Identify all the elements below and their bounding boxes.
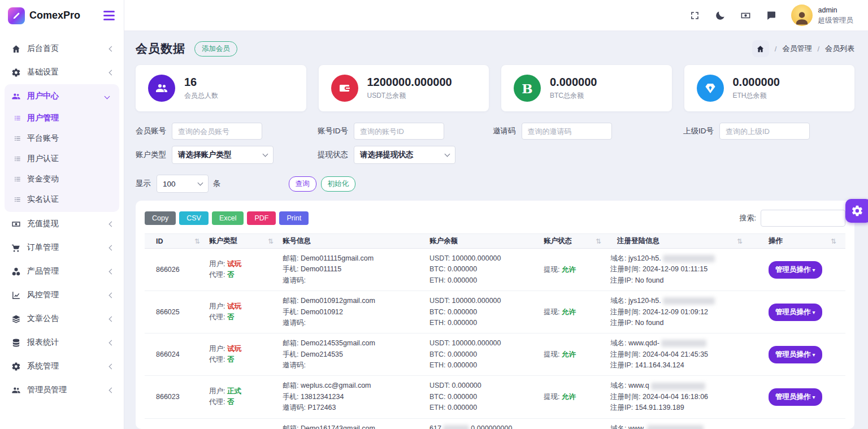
sidebar-header: ComexPro xyxy=(0,0,124,31)
sort-icon[interactable]: ⇅ xyxy=(737,237,743,245)
brand-logo[interactable]: ComexPro xyxy=(8,7,80,24)
eth-balance: 0.000000 xyxy=(448,276,477,284)
sidebar-item-product-management[interactable]: 产品管理 xyxy=(0,259,124,283)
chevron-down-icon xyxy=(445,151,450,157)
sidebar: ComexPro 后台首页 基础设置 用户中心 用户管理 xyxy=(0,0,124,429)
btc-balance: 0.000000 xyxy=(448,308,477,316)
btc-balance: 0.000000 xyxy=(448,393,477,401)
user-type: 试玩 xyxy=(227,345,241,353)
users-icon xyxy=(11,92,21,101)
admin-name: admin xyxy=(818,5,854,15)
sidebar-item-user-verification[interactable]: 用户认证 xyxy=(5,149,119,169)
excel-button[interactable]: Excel xyxy=(212,211,244,225)
layers-icon xyxy=(11,314,21,324)
sidebar-item-platform-accounts[interactable]: 平台账号 xyxy=(5,128,119,149)
add-member-button[interactable]: 添加会员 xyxy=(194,41,237,57)
agent-flag: 否 xyxy=(227,356,235,363)
sort-icon[interactable]: ⇅ xyxy=(268,237,274,245)
header-actions[interactable]: 操作⇅ xyxy=(752,236,845,246)
admin-actions-button[interactable]: 管理员操作▾ xyxy=(769,304,822,321)
table-row: 866023 用户: 正式 代理: 否 邮箱: weplus.cc@gmail.… xyxy=(145,376,845,418)
sort-icon[interactable]: ⇅ xyxy=(596,237,601,245)
search-input[interactable] xyxy=(761,210,845,227)
header-account-status[interactable]: 账户状态⇅ xyxy=(537,236,610,246)
sidebar-item-realname-verification[interactable]: 实名认证 xyxy=(5,189,119,210)
header-account-type[interactable]: 账户类型⇅ xyxy=(209,236,283,246)
header-account-info[interactable]: 账号信息 xyxy=(283,236,429,246)
header-register-info[interactable]: 注册登陆信息⇅ xyxy=(610,236,752,246)
invite-code-input[interactable] xyxy=(522,123,612,140)
chart-line-icon xyxy=(11,291,21,300)
caret-down-icon: ▾ xyxy=(813,309,815,315)
sidebar-item-admin-management[interactable]: 管理员管理 xyxy=(0,378,124,402)
breadcrumb-member-list[interactable]: 会员列表 xyxy=(825,44,854,54)
copy-button[interactable]: Copy xyxy=(145,211,176,225)
btc-balance: 0.000000 xyxy=(448,350,477,358)
sidebar-item-order-management[interactable]: 订单管理 xyxy=(0,236,124,259)
stat-value: 0.000000 xyxy=(550,76,597,89)
chevron-left-icon xyxy=(109,268,115,274)
admin-profile[interactable]: admin 超级管理员 xyxy=(791,5,854,26)
list-icon xyxy=(14,155,21,163)
chat-icon[interactable] xyxy=(766,10,776,21)
withdraw-status-select[interactable]: 请选择提现状态 xyxy=(354,146,455,164)
table-row: 866025 用户: 试玩 代理: 否 邮箱: Demo010912gmail.… xyxy=(145,291,845,333)
page-size-select[interactable]: 100 xyxy=(157,175,209,193)
settings-panel-toggle[interactable] xyxy=(845,199,868,223)
brand-name: ComexPro xyxy=(29,10,80,21)
header-account-balance[interactable]: 账户余额 xyxy=(429,236,537,246)
users-icon xyxy=(148,75,175,102)
page-size-label: 显示 xyxy=(136,179,151,189)
sidebar-item-basic-settings[interactable]: 基础设置 xyxy=(0,60,124,84)
invite-code-label: 邀请码 xyxy=(493,126,516,136)
reset-button[interactable]: 初始化 xyxy=(321,176,356,192)
sidebar-item-report-statistics[interactable]: 报表统计 xyxy=(0,331,124,354)
sidebar-item-risk-management[interactable]: 风控管理 xyxy=(0,283,124,307)
member-id: 866025 xyxy=(145,308,209,316)
dark-mode-moon-icon[interactable] xyxy=(715,10,726,21)
user-type: 正式 xyxy=(227,387,241,395)
sidebar-toggle-icon[interactable] xyxy=(103,11,115,20)
chevron-left-icon xyxy=(109,70,115,75)
sort-icon[interactable]: ⇅ xyxy=(831,237,836,245)
list-icon xyxy=(14,135,21,142)
usdt-balance: 100000.000000 xyxy=(452,254,501,262)
blurred-text xyxy=(663,297,715,305)
table-row: 866022 用户: 试玩 代理: 否 邮箱: Demo161743gmail.… xyxy=(145,419,845,429)
filter-row-3: 显示 100 条 查询 初始化 xyxy=(136,175,854,193)
withdraw-status-label: 提现状态 xyxy=(318,150,348,160)
admin-actions-button[interactable]: 管理员操作▾ xyxy=(769,261,822,279)
sidebar-item-article-announcements[interactable]: 文章公告 xyxy=(0,307,124,331)
sidebar-item-system-management[interactable]: 系统管理 xyxy=(0,354,124,378)
sidebar-item-dashboard[interactable]: 后台首页 xyxy=(0,37,124,60)
person-icon xyxy=(793,9,810,26)
header-id[interactable]: ID⇅ xyxy=(145,237,209,245)
admin-actions-button[interactable]: 管理员操作▾ xyxy=(769,388,822,406)
money-icon[interactable] xyxy=(740,10,751,21)
sidebar-item-user-center[interactable]: 用户中心 xyxy=(5,84,119,108)
print-button[interactable]: Print xyxy=(279,211,309,225)
account-type-select[interactable]: 请选择账户类型 xyxy=(172,146,274,164)
account-id-input[interactable] xyxy=(354,123,444,140)
pdf-button[interactable]: PDF xyxy=(247,211,276,225)
member-email: Demo161743gmail.com xyxy=(301,424,375,429)
member-account-input[interactable] xyxy=(172,123,262,140)
breadcrumb-separator: / xyxy=(775,45,777,53)
stat-card-eth-balance: 0.000000 ETH总余额 xyxy=(684,65,855,111)
admin-actions-button[interactable]: 管理员操作▾ xyxy=(769,346,822,363)
breadcrumb-member-management[interactable]: 会员管理 xyxy=(782,44,811,54)
sidebar-item-deposit-withdraw[interactable]: 充值提现 xyxy=(0,212,124,236)
query-button[interactable]: 查询 xyxy=(289,176,316,192)
chevron-down-icon xyxy=(198,180,203,186)
csv-button[interactable]: CSV xyxy=(179,211,209,225)
user-type: 试玩 xyxy=(227,260,241,268)
member-phone: 13812341234 xyxy=(301,393,344,401)
sidebar-item-fund-changes[interactable]: 资金变动 xyxy=(5,169,119,189)
sidebar-item-user-management[interactable]: 用户管理 xyxy=(5,108,119,128)
sort-icon[interactable]: ⇅ xyxy=(194,237,200,245)
ethereum-gem-icon xyxy=(697,75,724,102)
parent-id-input[interactable] xyxy=(719,123,810,140)
breadcrumb-home-icon[interactable] xyxy=(752,40,769,57)
register-ip: No found xyxy=(635,319,664,327)
fullscreen-icon[interactable] xyxy=(689,10,700,21)
